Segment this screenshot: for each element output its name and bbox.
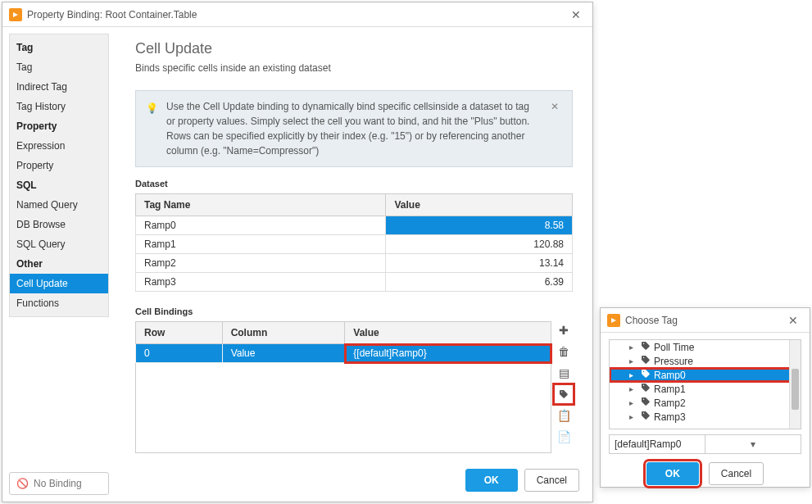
bindings-cell-value[interactable]: {[default]Ramp0}	[345, 344, 551, 363]
dataset-cell-tag[interactable]: Ramp1	[136, 235, 386, 254]
sidebar-item-named-query[interactable]: Named Query	[10, 195, 108, 215]
sidebar-header-other: Other	[10, 254, 108, 274]
tip-close-icon[interactable]: ✕	[547, 99, 562, 114]
property-binding-window: Property Binding: Root Container.Table ✕…	[2, 2, 593, 502]
dataset-cell-tag[interactable]: Ramp0	[136, 216, 386, 235]
choose-ok-button[interactable]: OK	[646, 462, 699, 485]
tree-item-ramp1[interactable]: ▸ Ramp1	[610, 382, 801, 396]
dataset-cell-value[interactable]: 120.88	[386, 235, 573, 254]
bindings-cell-row[interactable]: 0	[136, 344, 223, 363]
no-binding-label: No Binding	[34, 478, 82, 489]
sidebar-item-indirect-tag[interactable]: Indirect Tag	[10, 77, 108, 97]
titlebar: Property Binding: Root Container.Table ✕	[2, 2, 592, 27]
tree-item-ramp0[interactable]: ▸ Ramp0	[610, 368, 801, 382]
tag-path-value: [default]Ramp0	[610, 435, 705, 453]
page-subheading: Binds specific cells inside an existing …	[135, 62, 573, 74]
dataset-row[interactable]: Ramp0 8.58	[136, 216, 573, 235]
tree-item-label: Ramp2	[654, 397, 686, 409]
chevron-down-icon[interactable]: ▾	[705, 435, 801, 453]
tip-box: 💡 Use the Cell Update binding to dynamic…	[135, 90, 573, 167]
choose-tag-window: Choose Tag ✕ ▸ Poll Time ▸ Pressure ▸ Ra…	[600, 307, 810, 488]
dataset-cell-tag[interactable]: Ramp2	[136, 254, 386, 273]
tree-item-label: Poll Time	[654, 342, 694, 353]
tree-scrollbar[interactable]	[789, 340, 801, 429]
dataset-row[interactable]: Ramp3 6.39	[136, 273, 573, 292]
dataset-col-value[interactable]: Value	[386, 194, 573, 216]
dataset-cell-value[interactable]: 13.14	[386, 254, 573, 273]
insert-tag-button[interactable]	[555, 385, 573, 403]
tag-icon	[641, 397, 651, 409]
sidebar-item-property[interactable]: Property	[10, 156, 108, 175]
tree-item-label: Ramp1	[654, 384, 686, 395]
sidebar-header-tag: Tag	[10, 38, 108, 57]
app-icon	[607, 314, 620, 327]
add-binding-button[interactable]: ✚	[555, 321, 573, 339]
bindings-col-row[interactable]: Row	[136, 322, 223, 344]
tree-item-ramp2[interactable]: ▸ Ramp2	[610, 396, 801, 410]
sidebar-item-db-browse[interactable]: DB Browse	[10, 215, 108, 234]
sidebar-item-tag[interactable]: Tag	[10, 57, 108, 77]
no-binding-icon: 🚫	[16, 478, 29, 489]
tree-item-poll-time[interactable]: ▸ Poll Time	[610, 340, 801, 354]
sidebar-header-sql: SQL	[10, 175, 108, 195]
bindings-cell-column[interactable]: Value	[222, 344, 345, 363]
chevron-right-icon: ▸	[629, 384, 637, 393]
dataset-row[interactable]: Ramp1 120.88	[136, 235, 573, 254]
content-panel: Cell Update Binds specific cells inside …	[116, 27, 592, 502]
tree-item-label: Pressure	[654, 356, 693, 367]
chevron-right-icon: ▸	[629, 356, 637, 366]
sidebar-item-functions[interactable]: Functions	[10, 293, 108, 313]
tag-icon	[641, 341, 651, 353]
bindings-toolbar: ✚ 🗑 ▤ 📋 📄	[555, 321, 573, 453]
chevron-right-icon: ▸	[629, 398, 637, 407]
tag-tree[interactable]: ▸ Poll Time ▸ Pressure ▸ Ramp0 ▸ Ramp1 ▸	[609, 339, 801, 429]
choose-titlebar: Choose Tag ✕	[601, 308, 810, 333]
choose-cancel-button[interactable]: Cancel	[709, 462, 764, 485]
browse-binding-button[interactable]: ▤	[555, 364, 573, 382]
dialog-footer: OK Cancel	[465, 469, 579, 492]
sidebar-item-sql-query[interactable]: SQL Query	[10, 234, 108, 254]
tag-icon	[641, 369, 651, 381]
tree-item-ramp3[interactable]: ▸ Ramp3	[610, 410, 801, 424]
delete-binding-button[interactable]: 🗑	[555, 343, 573, 361]
cancel-button[interactable]: Cancel	[524, 469, 579, 492]
choose-window-title: Choose Tag	[625, 315, 678, 326]
tip-text: Use the Cell Update binding to dynamical…	[166, 99, 539, 158]
sidebar-header-property: Property	[10, 116, 108, 136]
chevron-right-icon: ▸	[629, 343, 637, 352]
copy-binding-button[interactable]: 📋	[555, 406, 573, 425]
dataset-col-tagname[interactable]: Tag Name	[136, 194, 386, 216]
dataset-cell-value[interactable]: 6.39	[386, 273, 573, 292]
tag-icon	[641, 383, 651, 395]
bindings-col-value[interactable]: Value	[345, 322, 551, 344]
chevron-right-icon: ▸	[629, 370, 637, 379]
dataset-cell-value[interactable]: 8.58	[386, 216, 573, 235]
page-heading: Cell Update	[135, 40, 573, 57]
dataset-cell-tag[interactable]: Ramp3	[136, 273, 386, 292]
sidebar-item-expression[interactable]: Expression	[10, 136, 108, 156]
tree-item-label: Ramp0	[654, 370, 686, 381]
sidebar: Tag Tag Indirect Tag Tag History Propert…	[9, 34, 109, 317]
bindings-label: Cell Bindings	[135, 306, 573, 316]
dataset-label: Dataset	[135, 179, 573, 188]
tree-item-pressure[interactable]: ▸ Pressure	[610, 354, 801, 368]
close-icon[interactable]: ✕	[783, 312, 803, 329]
lightbulb-icon: 💡	[146, 101, 158, 116]
bindings-col-column[interactable]: Column	[222, 322, 345, 344]
tree-item-label: Ramp3	[654, 411, 686, 423]
tag-path-dropdown[interactable]: [default]Ramp0 ▾	[609, 434, 801, 454]
chevron-right-icon: ▸	[629, 412, 637, 421]
no-binding-button[interactable]: 🚫 No Binding	[9, 472, 109, 495]
app-icon	[9, 8, 22, 21]
ok-button[interactable]: OK	[465, 469, 518, 492]
dataset-table: Tag Name Value Ramp0 8.58 Ramp1 120.88 R…	[135, 193, 573, 292]
tag-icon	[641, 355, 651, 367]
close-icon[interactable]: ✕	[566, 7, 586, 23]
window-title: Property Binding: Root Container.Table	[27, 9, 197, 20]
bindings-table: Row Column Value 0 Value {[default]Ramp0…	[135, 321, 551, 453]
dataset-row[interactable]: Ramp2 13.14	[136, 254, 573, 273]
sidebar-item-cell-update[interactable]: Cell Update	[10, 274, 108, 293]
bindings-row[interactable]: 0 Value {[default]Ramp0}	[136, 344, 551, 363]
paste-binding-button[interactable]: 📄	[555, 428, 573, 446]
sidebar-item-tag-history[interactable]: Tag History	[10, 97, 108, 116]
